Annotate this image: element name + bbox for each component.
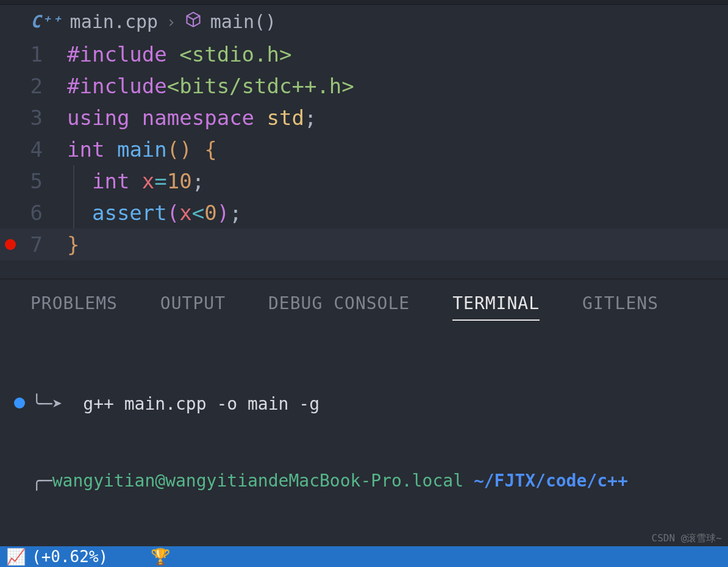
code-content[interactable]: using namespace std;	[67, 102, 316, 134]
tab-problems[interactable]: PROBLEMS	[30, 293, 118, 321]
code-line[interactable]: 3using namespace std;	[0, 102, 728, 134]
code-line[interactable]: 1#include <stdio.h>	[0, 38, 728, 70]
code-line[interactable]: 7}	[0, 229, 728, 260]
line-number[interactable]: 5	[0, 165, 67, 197]
line-number[interactable]: 1	[0, 38, 67, 70]
code-line[interactable]: 6 assert(x<0);	[0, 197, 728, 229]
breadcrumb[interactable]: C⁺⁺ main.cpp › main()	[0, 5, 728, 38]
code-line[interactable]: 5 int x=10;	[0, 165, 728, 197]
code-content[interactable]: int main() {	[67, 134, 217, 165]
tab-debug-console[interactable]: DEBUG CONSOLE	[268, 293, 410, 321]
line-number[interactable]: 7	[0, 229, 67, 260]
terminal-panel[interactable]: ╰─➤ g++ main.cpp -o main -g ╭─wangyitian…	[0, 328, 728, 567]
watermark: CSDN @滚雪球~	[652, 532, 722, 545]
tab-terminal[interactable]: TERMINAL	[452, 293, 540, 321]
prompt-status-icon	[7, 391, 32, 408]
cpp-file-icon: C⁺⁺	[30, 12, 62, 32]
status-bar[interactable]: 📈 (+0.62%) 🏆	[0, 546, 728, 567]
code-editor[interactable]: 1#include <stdio.h>2#include<bits/stdc++…	[0, 38, 728, 260]
code-content[interactable]: #include <stdio.h>	[67, 38, 291, 70]
tab-output[interactable]: OUTPUT	[160, 293, 226, 321]
breadcrumb-file: main.cpp	[70, 11, 159, 32]
tab-gitlens[interactable]: GITLENS	[582, 293, 658, 321]
symbol-method-icon	[185, 11, 202, 32]
chevron-right-icon: ›	[166, 13, 176, 31]
breadcrumb-symbol: main()	[210, 11, 276, 32]
breakpoint-icon[interactable]	[5, 239, 16, 250]
statusbar-trophy-icon: 🏆	[151, 547, 170, 566]
code-content[interactable]: assert(x<0);	[67, 197, 242, 229]
code-line[interactable]: 2#include<bits/stdc++.h>	[0, 70, 728, 102]
line-number[interactable]: 2	[0, 70, 67, 102]
panel-tabs: PROBLEMS OUTPUT DEBUG CONSOLE TERMINAL G…	[0, 282, 728, 328]
tab-row	[0, 0, 728, 5]
line-number[interactable]: 4	[0, 134, 67, 165]
terminal-user-host: wangyitian@wangyitiandeMacBook-Pro.local	[52, 471, 463, 491]
statusbar-stock-icon: 📈	[6, 547, 26, 566]
code-content[interactable]: }	[67, 229, 79, 260]
line-number[interactable]: 6	[0, 197, 67, 229]
line-number[interactable]: 3	[0, 102, 67, 134]
statusbar-text: (+0.62%)	[32, 547, 108, 566]
terminal-command: g++ main.cpp -o main -g	[83, 394, 319, 414]
code-content[interactable]: #include<bits/stdc++.h>	[67, 70, 354, 102]
code-content[interactable]: int x=10;	[67, 165, 204, 197]
code-line[interactable]: 4int main() {	[0, 134, 728, 165]
terminal-path: ~/FJTX/code/c++	[474, 471, 628, 491]
